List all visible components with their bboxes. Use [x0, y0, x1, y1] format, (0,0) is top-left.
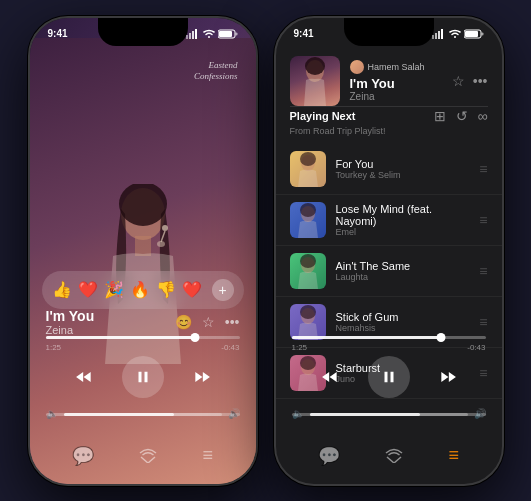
svg-point-3 — [162, 225, 168, 231]
queue-item[interactable]: Ain't The Same Laughta ≡ — [276, 246, 502, 297]
svg-rect-7 — [189, 33, 191, 39]
queue-item[interactable]: For You Tourkey & Selim ≡ — [276, 144, 502, 195]
right-volume-container[interactable]: 🔈 🔊 — [292, 413, 486, 416]
signal-icon — [186, 29, 200, 39]
left-track-title: I'm You — [46, 308, 95, 324]
airplay-icon[interactable] — [139, 445, 157, 468]
top-divider — [290, 106, 488, 107]
autoplay-button[interactable]: ⊞ — [434, 108, 446, 124]
svg-rect-6 — [186, 35, 188, 39]
emoji-fire[interactable]: 🔥 — [130, 280, 150, 299]
chat-icon[interactable]: 💬 — [72, 445, 94, 468]
queue-item-info: For You Tourkey & Selim — [336, 158, 470, 180]
repeat-button[interactable]: ↺ — [456, 108, 468, 124]
left-time-labels: 1:25 -0:43 — [46, 343, 240, 352]
right-battery-icon — [464, 29, 484, 39]
queue-drag-handle[interactable]: ≡ — [479, 263, 487, 279]
queue-drag-handle[interactable]: ≡ — [479, 314, 487, 330]
svg-point-21 — [305, 57, 325, 75]
queue-item-artist: Tourkey & Selim — [336, 170, 470, 180]
left-vol-fill — [64, 413, 175, 416]
svg-rect-14 — [435, 33, 437, 39]
right-vol-track[interactable] — [310, 413, 468, 416]
playing-next-actions: ⊞ ↺ ∞ — [434, 108, 488, 124]
emoji-button[interactable]: 😊 — [175, 314, 192, 330]
queue-item-info: Ain't The Same Laughta — [336, 260, 470, 282]
right-forward-button[interactable] — [438, 367, 458, 387]
right-star-button[interactable]: ☆ — [452, 73, 465, 89]
svg-point-27 — [300, 254, 316, 268]
left-volume-container[interactable]: 🔈 🔊 — [46, 413, 240, 416]
left-forward-button[interactable] — [192, 367, 212, 387]
right-top-section: Hamem Salah I'm You Zeina ☆ ••• — [276, 48, 502, 106]
right-airplay-icon[interactable] — [385, 445, 403, 468]
right-progress-thumb[interactable] — [436, 333, 445, 342]
right-more-button[interactable]: ••• — [473, 73, 488, 89]
right-time-elapsed: 1:25 — [292, 343, 308, 352]
right-volume-bar: 🔈 🔊 — [292, 413, 486, 416]
queue-thumb — [290, 253, 326, 289]
emoji-thumbsdown[interactable]: 👎 — [156, 280, 176, 299]
left-progress-bar[interactable] — [46, 336, 240, 339]
emoji-heart2[interactable]: ❤️ — [182, 280, 202, 299]
right-track-info: Hamem Salah I'm You Zeina — [350, 60, 442, 102]
left-progress-thumb[interactable] — [190, 333, 199, 342]
emoji-heart[interactable]: ❤️ — [78, 280, 98, 299]
right-rewind-button[interactable] — [320, 367, 340, 387]
infinite-button[interactable]: ∞ — [478, 108, 488, 124]
svg-rect-18 — [481, 32, 483, 35]
right-progress-bar[interactable] — [292, 336, 486, 339]
right-status-icons — [432, 29, 484, 39]
right-status-time: 9:41 — [294, 28, 314, 39]
svg-point-25 — [300, 203, 316, 217]
playing-next-subtitle: From Road Trip Playlist! — [290, 126, 488, 136]
playing-next-header: Playing Next ⊞ ↺ ∞ — [290, 108, 488, 124]
playing-next-title: Playing Next — [290, 110, 356, 122]
volume-high-icon: 🔊 — [228, 408, 240, 419]
emoji-party[interactable]: 🎉 — [104, 280, 124, 299]
right-volume-high-icon: 🔊 — [474, 408, 486, 419]
svg-point-29 — [300, 305, 316, 319]
star-button[interactable]: ☆ — [202, 314, 215, 330]
right-play-pause-button[interactable] — [368, 356, 410, 398]
emoji-add-button[interactable]: + — [212, 279, 234, 301]
left-rewind-button[interactable] — [74, 367, 94, 387]
left-volume-bar: 🔈 🔊 — [46, 413, 240, 416]
right-time-remaining: -0:43 — [467, 343, 485, 352]
queue-item-info: Lose My Mind (feat. Nayomi) Emel — [336, 203, 470, 237]
right-volume-low-icon: 🔈 — [292, 408, 304, 419]
queue-drag-handle[interactable]: ≡ — [479, 212, 487, 228]
right-chat-icon[interactable]: 💬 — [318, 445, 340, 468]
svg-rect-15 — [438, 31, 440, 39]
queue-item-artist: Laughta — [336, 272, 470, 282]
list-icon[interactable]: ≡ — [202, 445, 213, 468]
left-play-pause-button[interactable] — [122, 356, 164, 398]
right-status-bar: 9:41 — [276, 24, 502, 44]
left-track-actions: 😊 ☆ ••• — [175, 314, 240, 330]
right-track-title: I'm You — [350, 76, 442, 91]
right-top-actions: ☆ ••• — [452, 73, 488, 89]
queue-item-title: Stick of Gum — [336, 311, 470, 323]
left-vol-track[interactable] — [64, 413, 222, 416]
left-track-info: I'm You Zeina 😊 ☆ ••• — [46, 308, 240, 336]
left-player-controls — [30, 356, 256, 398]
wifi-icon — [203, 29, 215, 39]
right-progress-container[interactable]: 1:25 -0:43 — [292, 336, 486, 352]
right-time-labels: 1:25 -0:43 — [292, 343, 486, 352]
right-bottom-nav: 💬 ≡ — [276, 445, 502, 468]
svg-rect-16 — [441, 29, 443, 39]
svg-point-1 — [119, 184, 167, 226]
queue-drag-handle[interactable]: ≡ — [479, 161, 487, 177]
right-album-art-svg — [290, 56, 340, 106]
svg-rect-8 — [192, 31, 194, 39]
right-phone: 9:41 — [274, 16, 504, 486]
listener-name: Hamem Salah — [368, 62, 425, 72]
queue-item[interactable]: Lose My Mind (feat. Nayomi) Emel ≡ — [276, 195, 502, 246]
right-list-icon[interactable]: ≡ — [448, 445, 459, 468]
svg-rect-2 — [135, 236, 151, 256]
emoji-thumbsup[interactable]: 👍 — [52, 280, 72, 299]
more-button[interactable]: ••• — [225, 314, 240, 330]
listener-avatar — [350, 60, 364, 74]
album-art — [30, 38, 256, 484]
left-progress-container[interactable]: 1:25 -0:43 — [46, 336, 240, 352]
